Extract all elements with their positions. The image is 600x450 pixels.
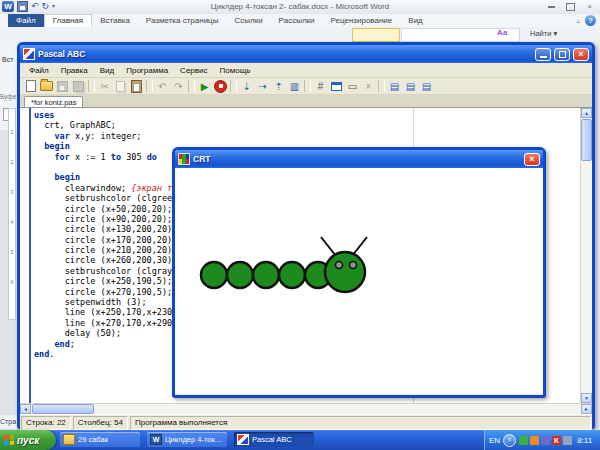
- code-line: begin: [34, 172, 182, 182]
- pascal-window-title: Pascal ABC: [38, 49, 532, 59]
- clipboard-group-label: Буфе: [0, 93, 16, 100]
- word-tab-8[interactable]: Вид: [400, 14, 430, 27]
- word-restore-button[interactable]: [564, 2, 577, 11]
- pascal-maximize-button[interactable]: [554, 48, 570, 61]
- step-out-icon[interactable]: ⇡: [271, 79, 286, 93]
- taskbar-item-3[interactable]: Pascal ABC: [234, 432, 314, 447]
- ruler-number-4: 4: [10, 219, 13, 249]
- watch-window-icon[interactable]: ▭: [345, 79, 360, 93]
- tray-app-gray-icon[interactable]: [563, 436, 572, 445]
- scroll-left-icon[interactable]: ◄: [20, 404, 31, 414]
- modules-icon[interactable]: ▥: [287, 79, 302, 93]
- word-tab-3[interactable]: Вставка: [92, 14, 138, 27]
- taskbar-item-label: Циклдер 4-токсан 2...: [165, 435, 224, 444]
- find-button[interactable]: Найти ▾: [530, 29, 557, 38]
- pascal-menu-item-6[interactable]: Помощь: [215, 66, 256, 75]
- word-titlebar: W ↶ ↻ ▾ Циклдер 4-токсан 2- сабак.docx -…: [0, 0, 600, 15]
- code-line: for x := 1 to 305 do: [34, 152, 182, 162]
- code-line: circle (x+90,200,20);: [34, 214, 182, 224]
- kaspersky-icon[interactable]: K: [552, 436, 561, 445]
- ruler-number-5: 5: [10, 249, 13, 279]
- vertical-scroll-thumb[interactable]: [581, 119, 592, 161]
- code-line: uses: [34, 110, 182, 120]
- pascal-menu-item-1[interactable]: Файл: [24, 66, 54, 75]
- paste-icon[interactable]: [129, 79, 144, 93]
- stop-icon[interactable]: [213, 79, 228, 93]
- status-column: Столбец: 54: [73, 416, 128, 430]
- crt-titlebar[interactable]: CRT ×: [175, 150, 543, 168]
- open-file-icon[interactable]: [39, 79, 54, 93]
- taskbar-item-2[interactable]: WЦиклдер 4-токсан 2...: [147, 432, 227, 447]
- pascal-menu-item-3[interactable]: Вид: [95, 66, 119, 75]
- word-tab-2[interactable]: Главная: [44, 14, 92, 27]
- word-tab-6[interactable]: Рассылки: [271, 14, 323, 27]
- save-all-icon: [71, 79, 86, 93]
- ruler-number-6: 6: [10, 279, 13, 309]
- tray-app-orange-icon[interactable]: [530, 436, 539, 445]
- pascal-menu-item-4[interactable]: Программа: [121, 66, 173, 75]
- insert-button-fragment: Вст: [2, 56, 13, 63]
- step-into-icon[interactable]: ⇢: [255, 79, 270, 93]
- code-line: circle (x+210,200,20);: [34, 245, 182, 255]
- word-right-sliver: [595, 42, 600, 430]
- tray-antivirus-green-icon[interactable]: [519, 436, 528, 445]
- change-styles-icon[interactable]: Аа: [497, 28, 507, 37]
- status-program-state: Программа выполняется: [130, 416, 591, 430]
- pascal-toolbar: ✂↶↷▶⇣⇢⇡▥#▭×▤▤▤: [20, 78, 592, 95]
- crt-icon: [178, 153, 190, 165]
- pascal-titlebar[interactable]: Pascal ABC ×: [20, 45, 592, 63]
- layout-code-icon[interactable]: ▤: [387, 79, 402, 93]
- clock[interactable]: 8:11: [577, 436, 592, 445]
- pascal-tabbar: *for koniz.pas: [20, 95, 592, 108]
- style-gallery-item[interactable]: [352, 28, 400, 42]
- tray-app-blue-icon[interactable]: [541, 436, 550, 445]
- pascal-menu-item-5[interactable]: Сервис: [175, 66, 212, 75]
- vertical-scrollbar[interactable]: ▲ ▼: [580, 108, 592, 403]
- status-line: Строка: 22: [21, 416, 71, 430]
- taskbar-item-1[interactable]: 29 сабак: [60, 432, 140, 447]
- layout-output-icon[interactable]: ▤: [419, 79, 434, 93]
- editor-tab[interactable]: *for koniz.pas: [24, 96, 83, 107]
- new-file-icon[interactable]: [23, 79, 38, 93]
- language-indicator[interactable]: EN: [489, 436, 500, 445]
- cut-icon: ✂: [97, 79, 112, 93]
- toolbar-separator: [146, 80, 153, 92]
- pascal-close-button[interactable]: ×: [573, 48, 589, 61]
- code-area[interactable]: uses crt, GraphABC; var x,y: integer; be…: [34, 110, 182, 359]
- horizontal-scroll-thumb[interactable]: [32, 404, 94, 414]
- pascal-menu-item-2[interactable]: Правка: [56, 66, 93, 75]
- word-tab-7[interactable]: Рецензирование: [323, 14, 401, 27]
- word-minimize-button[interactable]: [545, 2, 558, 11]
- word-tab-row: ФайлГлавнаяВставкаРазметка страницыСсылк…: [0, 14, 600, 28]
- start-button[interactable]: пуск: [0, 430, 56, 450]
- word-tab-4[interactable]: Разметка страницы: [138, 14, 227, 27]
- word-tab-1[interactable]: Файл: [8, 14, 44, 27]
- code-line: circle (x+130,200,20);: [34, 224, 182, 234]
- scroll-down-icon[interactable]: ▼: [581, 393, 592, 403]
- word-close-button[interactable]: ×: [583, 2, 596, 11]
- word-status-fragment: Стра: [0, 415, 17, 430]
- code-line: circle (x+260,200,30);: [34, 255, 182, 265]
- breakpoint-icon[interactable]: #: [313, 79, 328, 93]
- crt-window-title: CRT: [193, 154, 521, 164]
- output-window-icon[interactable]: [329, 79, 344, 93]
- run-icon[interactable]: ▶: [197, 79, 212, 93]
- windows-flag-icon: [4, 434, 14, 445]
- step-over-icon[interactable]: ⇣: [239, 79, 254, 93]
- crt-close-button[interactable]: ×: [524, 153, 540, 166]
- help-button[interactable]: ?: [585, 15, 596, 26]
- toolbar-separator: [304, 80, 311, 92]
- pascal-minimize-button[interactable]: [535, 48, 551, 61]
- code-line: line (x+270,170,x+290,1: [34, 318, 182, 328]
- word-tab-5[interactable]: Ссылки: [226, 14, 270, 27]
- horizontal-scrollbar[interactable]: ◄ ►: [20, 403, 592, 414]
- scroll-right-icon[interactable]: ►: [581, 404, 592, 414]
- word-ruler[interactable]: 123456: [8, 108, 16, 320]
- scroll-up-icon[interactable]: ▲: [581, 108, 592, 118]
- collapse-ribbon-icon[interactable]: ▵: [576, 17, 580, 25]
- ruler-number-3: 3: [10, 189, 13, 219]
- hide-icons-icon[interactable]: ‹: [503, 434, 516, 447]
- layout-split-icon[interactable]: ▤: [403, 79, 418, 93]
- ruler-number-1: 1: [10, 129, 13, 159]
- tray-icons: K: [519, 436, 572, 445]
